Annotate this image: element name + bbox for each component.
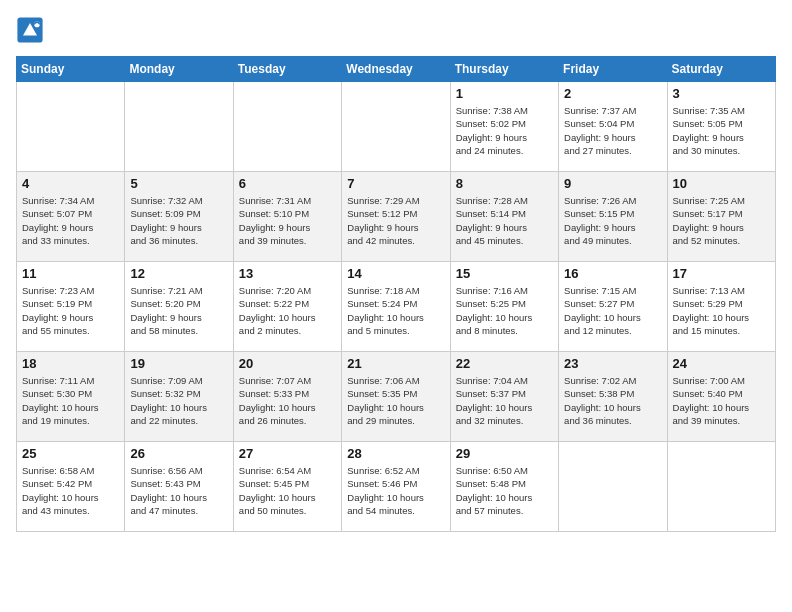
day-info: Sunrise: 7:00 AM Sunset: 5:40 PM Dayligh…: [673, 374, 770, 427]
day-info: Sunrise: 7:29 AM Sunset: 5:12 PM Dayligh…: [347, 194, 444, 247]
calendar-cell: [233, 82, 341, 172]
header: [16, 16, 776, 44]
day-info: Sunrise: 7:38 AM Sunset: 5:02 PM Dayligh…: [456, 104, 553, 157]
day-number: 4: [22, 176, 119, 191]
day-number: 19: [130, 356, 227, 371]
calendar-cell: [342, 82, 450, 172]
day-info: Sunrise: 7:16 AM Sunset: 5:25 PM Dayligh…: [456, 284, 553, 337]
day-number: 13: [239, 266, 336, 281]
day-number: 12: [130, 266, 227, 281]
calendar-cell: 19Sunrise: 7:09 AM Sunset: 5:32 PM Dayli…: [125, 352, 233, 442]
calendar-cell: [17, 82, 125, 172]
calendar-cell: 29Sunrise: 6:50 AM Sunset: 5:48 PM Dayli…: [450, 442, 558, 532]
day-number: 17: [673, 266, 770, 281]
logo-icon: [16, 16, 44, 44]
calendar-cell: 22Sunrise: 7:04 AM Sunset: 5:37 PM Dayli…: [450, 352, 558, 442]
day-number: 29: [456, 446, 553, 461]
day-number: 1: [456, 86, 553, 101]
calendar-cell: 2Sunrise: 7:37 AM Sunset: 5:04 PM Daylig…: [559, 82, 667, 172]
calendar-cell: [559, 442, 667, 532]
col-header-wednesday: Wednesday: [342, 57, 450, 82]
day-number: 23: [564, 356, 661, 371]
day-info: Sunrise: 7:23 AM Sunset: 5:19 PM Dayligh…: [22, 284, 119, 337]
day-info: Sunrise: 7:34 AM Sunset: 5:07 PM Dayligh…: [22, 194, 119, 247]
day-number: 28: [347, 446, 444, 461]
day-info: Sunrise: 7:02 AM Sunset: 5:38 PM Dayligh…: [564, 374, 661, 427]
col-header-saturday: Saturday: [667, 57, 775, 82]
calendar-cell: 18Sunrise: 7:11 AM Sunset: 5:30 PM Dayli…: [17, 352, 125, 442]
calendar-cell: 12Sunrise: 7:21 AM Sunset: 5:20 PM Dayli…: [125, 262, 233, 352]
calendar-cell: 20Sunrise: 7:07 AM Sunset: 5:33 PM Dayli…: [233, 352, 341, 442]
day-info: Sunrise: 7:18 AM Sunset: 5:24 PM Dayligh…: [347, 284, 444, 337]
day-number: 16: [564, 266, 661, 281]
week-row-4: 18Sunrise: 7:11 AM Sunset: 5:30 PM Dayli…: [17, 352, 776, 442]
day-info: Sunrise: 6:50 AM Sunset: 5:48 PM Dayligh…: [456, 464, 553, 517]
day-number: 18: [22, 356, 119, 371]
calendar-cell: 7Sunrise: 7:29 AM Sunset: 5:12 PM Daylig…: [342, 172, 450, 262]
day-number: 22: [456, 356, 553, 371]
calendar-cell: 3Sunrise: 7:35 AM Sunset: 5:05 PM Daylig…: [667, 82, 775, 172]
calendar-cell: 5Sunrise: 7:32 AM Sunset: 5:09 PM Daylig…: [125, 172, 233, 262]
calendar-cell: [667, 442, 775, 532]
logo: [16, 16, 48, 44]
day-info: Sunrise: 7:32 AM Sunset: 5:09 PM Dayligh…: [130, 194, 227, 247]
week-row-2: 4Sunrise: 7:34 AM Sunset: 5:07 PM Daylig…: [17, 172, 776, 262]
calendar-cell: [125, 82, 233, 172]
calendar-cell: 23Sunrise: 7:02 AM Sunset: 5:38 PM Dayli…: [559, 352, 667, 442]
day-number: 14: [347, 266, 444, 281]
calendar-cell: 25Sunrise: 6:58 AM Sunset: 5:42 PM Dayli…: [17, 442, 125, 532]
calendar-cell: 1Sunrise: 7:38 AM Sunset: 5:02 PM Daylig…: [450, 82, 558, 172]
calendar-cell: 8Sunrise: 7:28 AM Sunset: 5:14 PM Daylig…: [450, 172, 558, 262]
day-info: Sunrise: 6:56 AM Sunset: 5:43 PM Dayligh…: [130, 464, 227, 517]
day-info: Sunrise: 7:21 AM Sunset: 5:20 PM Dayligh…: [130, 284, 227, 337]
calendar-cell: 9Sunrise: 7:26 AM Sunset: 5:15 PM Daylig…: [559, 172, 667, 262]
day-number: 2: [564, 86, 661, 101]
day-number: 9: [564, 176, 661, 191]
calendar-cell: 16Sunrise: 7:15 AM Sunset: 5:27 PM Dayli…: [559, 262, 667, 352]
week-row-5: 25Sunrise: 6:58 AM Sunset: 5:42 PM Dayli…: [17, 442, 776, 532]
calendar-cell: 10Sunrise: 7:25 AM Sunset: 5:17 PM Dayli…: [667, 172, 775, 262]
day-info: Sunrise: 7:06 AM Sunset: 5:35 PM Dayligh…: [347, 374, 444, 427]
col-header-monday: Monday: [125, 57, 233, 82]
day-info: Sunrise: 7:20 AM Sunset: 5:22 PM Dayligh…: [239, 284, 336, 337]
day-number: 20: [239, 356, 336, 371]
calendar-cell: 24Sunrise: 7:00 AM Sunset: 5:40 PM Dayli…: [667, 352, 775, 442]
calendar-cell: 21Sunrise: 7:06 AM Sunset: 5:35 PM Dayli…: [342, 352, 450, 442]
day-info: Sunrise: 6:54 AM Sunset: 5:45 PM Dayligh…: [239, 464, 336, 517]
day-info: Sunrise: 6:58 AM Sunset: 5:42 PM Dayligh…: [22, 464, 119, 517]
calendar-cell: 15Sunrise: 7:16 AM Sunset: 5:25 PM Dayli…: [450, 262, 558, 352]
day-info: Sunrise: 7:04 AM Sunset: 5:37 PM Dayligh…: [456, 374, 553, 427]
week-row-3: 11Sunrise: 7:23 AM Sunset: 5:19 PM Dayli…: [17, 262, 776, 352]
day-info: Sunrise: 6:52 AM Sunset: 5:46 PM Dayligh…: [347, 464, 444, 517]
calendar-cell: 6Sunrise: 7:31 AM Sunset: 5:10 PM Daylig…: [233, 172, 341, 262]
calendar-cell: 28Sunrise: 6:52 AM Sunset: 5:46 PM Dayli…: [342, 442, 450, 532]
calendar-table: SundayMondayTuesdayWednesdayThursdayFrid…: [16, 56, 776, 532]
day-info: Sunrise: 7:07 AM Sunset: 5:33 PM Dayligh…: [239, 374, 336, 427]
calendar-cell: 4Sunrise: 7:34 AM Sunset: 5:07 PM Daylig…: [17, 172, 125, 262]
day-info: Sunrise: 7:13 AM Sunset: 5:29 PM Dayligh…: [673, 284, 770, 337]
day-number: 7: [347, 176, 444, 191]
day-number: 24: [673, 356, 770, 371]
col-header-tuesday: Tuesday: [233, 57, 341, 82]
day-info: Sunrise: 7:15 AM Sunset: 5:27 PM Dayligh…: [564, 284, 661, 337]
day-number: 6: [239, 176, 336, 191]
calendar-cell: 27Sunrise: 6:54 AM Sunset: 5:45 PM Dayli…: [233, 442, 341, 532]
col-header-sunday: Sunday: [17, 57, 125, 82]
day-number: 10: [673, 176, 770, 191]
calendar-cell: 26Sunrise: 6:56 AM Sunset: 5:43 PM Dayli…: [125, 442, 233, 532]
col-header-thursday: Thursday: [450, 57, 558, 82]
day-number: 21: [347, 356, 444, 371]
day-info: Sunrise: 7:09 AM Sunset: 5:32 PM Dayligh…: [130, 374, 227, 427]
day-info: Sunrise: 7:28 AM Sunset: 5:14 PM Dayligh…: [456, 194, 553, 247]
day-number: 15: [456, 266, 553, 281]
day-info: Sunrise: 7:37 AM Sunset: 5:04 PM Dayligh…: [564, 104, 661, 157]
day-info: Sunrise: 7:11 AM Sunset: 5:30 PM Dayligh…: [22, 374, 119, 427]
calendar-cell: 14Sunrise: 7:18 AM Sunset: 5:24 PM Dayli…: [342, 262, 450, 352]
day-info: Sunrise: 7:25 AM Sunset: 5:17 PM Dayligh…: [673, 194, 770, 247]
calendar-header-row: SundayMondayTuesdayWednesdayThursdayFrid…: [17, 57, 776, 82]
week-row-1: 1Sunrise: 7:38 AM Sunset: 5:02 PM Daylig…: [17, 82, 776, 172]
day-number: 11: [22, 266, 119, 281]
day-info: Sunrise: 7:31 AM Sunset: 5:10 PM Dayligh…: [239, 194, 336, 247]
day-number: 3: [673, 86, 770, 101]
day-info: Sunrise: 7:35 AM Sunset: 5:05 PM Dayligh…: [673, 104, 770, 157]
